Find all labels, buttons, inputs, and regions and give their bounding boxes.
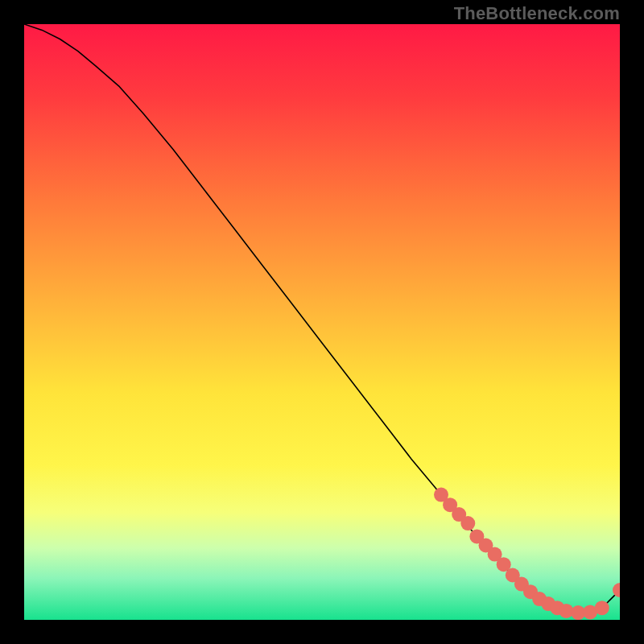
gradient-background <box>24 24 620 620</box>
curve-marker <box>460 516 475 530</box>
curve-marker <box>595 601 609 615</box>
chart-stage: TheBottleneck.com <box>0 0 644 644</box>
bottleneck-chart <box>24 24 620 620</box>
watermark-label: TheBottleneck.com <box>454 3 620 24</box>
